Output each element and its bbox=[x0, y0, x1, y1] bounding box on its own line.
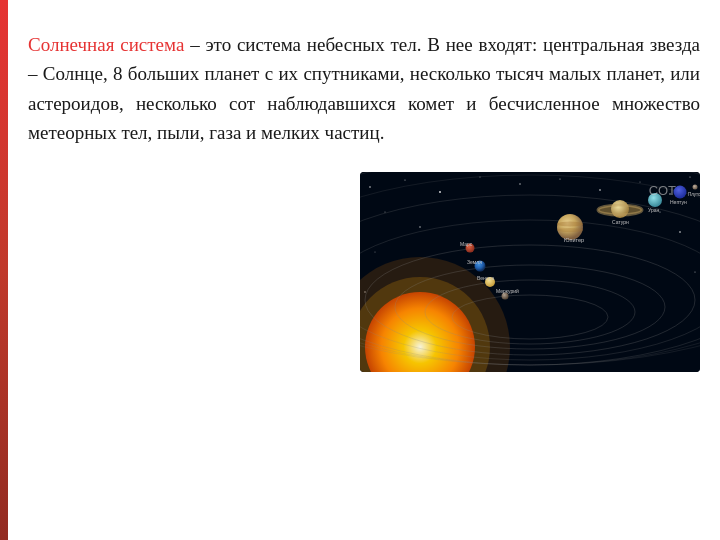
svg-text:Юпитер: Юпитер bbox=[564, 237, 584, 243]
svg-text:Марс: Марс bbox=[460, 241, 473, 247]
solar-system-image: Меркурий Венера Земля Марс Юпитер Сатурн… bbox=[360, 172, 700, 372]
svg-point-11 bbox=[385, 211, 386, 212]
svg-point-10 bbox=[689, 176, 690, 177]
svg-point-5 bbox=[519, 183, 520, 184]
svg-point-35 bbox=[557, 228, 583, 232]
svg-point-3 bbox=[439, 191, 441, 193]
svg-text:Плутон: Плутон bbox=[688, 192, 700, 197]
svg-text:Венера: Венера bbox=[477, 275, 494, 281]
left-accent-bar bbox=[0, 0, 8, 540]
svg-point-8 bbox=[640, 181, 641, 182]
svg-point-1 bbox=[369, 186, 371, 188]
svg-text:Нептун: Нептун bbox=[670, 199, 687, 205]
svg-point-7 bbox=[599, 189, 601, 191]
svg-point-13 bbox=[659, 211, 660, 212]
svg-point-34 bbox=[557, 221, 583, 226]
svg-point-15 bbox=[375, 251, 376, 252]
svg-point-6 bbox=[559, 178, 560, 179]
content-area: Солнечная система – это система небесных… bbox=[28, 30, 700, 520]
highlight-text: Солнечная система bbox=[28, 34, 184, 55]
svg-text:Меркурий: Меркурий bbox=[496, 288, 519, 294]
svg-point-17 bbox=[694, 271, 695, 272]
svg-text:Сатурн: Сатурн bbox=[612, 219, 629, 225]
bottom-section: Меркурий Венера Земля Марс Юпитер Сатурн… bbox=[28, 172, 700, 372]
svg-text:Уран: Уран bbox=[648, 207, 660, 213]
svg-point-14 bbox=[679, 231, 681, 233]
slide-container: Солнечная система – это система небесных… bbox=[0, 0, 720, 540]
svg-point-12 bbox=[419, 226, 420, 227]
svg-point-41 bbox=[693, 184, 698, 189]
svg-text:Земля: Земля bbox=[467, 259, 482, 265]
svg-point-2 bbox=[404, 179, 405, 180]
solar-system-svg: Меркурий Венера Земля Марс Юпитер Сатурн… bbox=[360, 172, 700, 372]
watermark-label: СОТ bbox=[649, 183, 676, 198]
main-paragraph: Солнечная система – это система небесных… bbox=[28, 30, 700, 148]
